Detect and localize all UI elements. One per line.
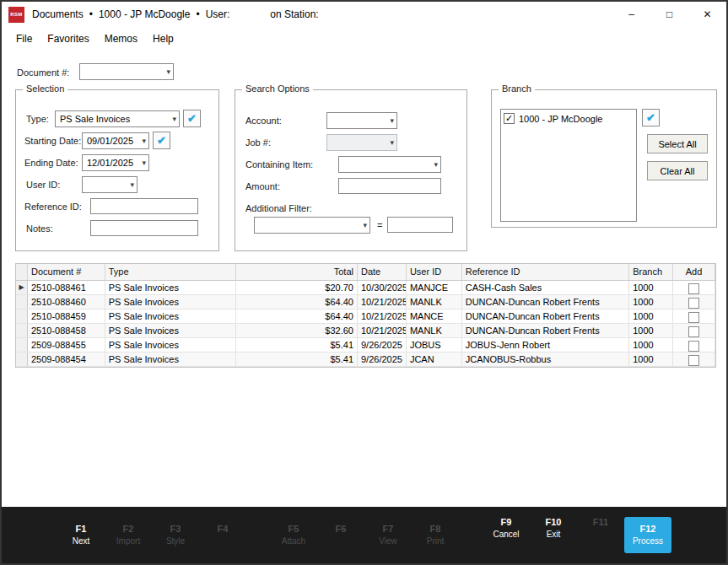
table-row[interactable]: 2510-088459 PS Sale Invoices $64.40 10/2… <box>16 309 715 324</box>
add-checkbox[interactable] <box>688 326 699 337</box>
header-type[interactable]: Type <box>105 264 237 280</box>
header-date[interactable]: Date <box>358 264 407 280</box>
cell-branch: 1000 <box>629 281 673 294</box>
starting-date-apply-button[interactable]: ✔ <box>153 132 170 149</box>
branch-apply-button[interactable]: ✔ <box>642 109 660 126</box>
row-selector[interactable]: ▶ <box>16 281 28 294</box>
table-row[interactable]: 2510-088460 PS Sale Invoices $64.40 10/2… <box>16 295 715 309</box>
select-all-button[interactable]: Select All <box>647 134 708 153</box>
row-selector[interactable] <box>16 309 28 323</box>
f9-cancel-button[interactable]: F9 Cancel <box>483 517 530 553</box>
cell-document: 2510-088458 <box>28 324 105 337</box>
fn-key-label: F3 <box>152 524 199 534</box>
containing-item-combo[interactable]: ▾ <box>338 156 441 173</box>
fn-group-3: F9 Cancel F10 Exit F11 F12 Process <box>483 517 671 553</box>
starting-date-label: Starting Date: <box>24 136 81 146</box>
f5-attach-button: F5 Attach <box>270 524 317 546</box>
fn-key-label: F5 <box>270 524 317 534</box>
type-combo[interactable]: PS Sale Invoices ▾ <box>55 110 180 127</box>
cell-reference-id: JCANOBUS-Robbus <box>462 352 630 366</box>
f1-next-button[interactable]: F1 Next <box>57 524 105 546</box>
additional-filter-input[interactable] <box>387 217 453 233</box>
minimize-button[interactable]: – <box>612 2 650 27</box>
ending-date-combo[interactable]: 12/01/2025 ▾ <box>82 154 149 171</box>
header-total[interactable]: Total <box>236 264 358 280</box>
menu-help[interactable]: Help <box>145 29 181 49</box>
row-selector[interactable] <box>16 324 28 337</box>
f6-button: F6 <box>317 524 364 546</box>
fn-key-label: F11 <box>577 517 624 527</box>
cell-user-id: MANLK <box>407 324 462 337</box>
chevron-down-icon: ▾ <box>138 137 146 145</box>
cell-branch: 1000 <box>629 338 673 352</box>
amount-input[interactable] <box>338 178 441 194</box>
document-number-combo[interactable]: ▾ <box>79 63 174 80</box>
table-row[interactable]: 2510-088458 PS Sale Invoices $32.60 10/2… <box>16 324 715 338</box>
user-id-combo[interactable]: ▾ <box>82 176 138 193</box>
cell-document: 2510-088461 <box>28 281 105 294</box>
branch-checkbox[interactable]: ✓ <box>504 113 515 124</box>
cell-type: PS Sale Invoices <box>105 281 237 294</box>
row-selector[interactable] <box>16 352 28 366</box>
fn-key-label: F8 <box>412 524 459 534</box>
f12-process-button[interactable]: F12 Process <box>624 517 671 553</box>
table-row[interactable]: 2509-088455 PS Sale Invoices $5.41 9/26/… <box>16 338 715 352</box>
starting-date-value: 09/01/2025 <box>87 136 133 146</box>
chevron-down-icon: ▾ <box>163 67 170 76</box>
window-title: Documents • 1000 - JP McDoogle • User: o… <box>32 8 319 20</box>
header-branch[interactable]: Branch <box>629 264 673 280</box>
selection-group-title: Selection <box>23 83 67 94</box>
add-checkbox[interactable] <box>688 312 699 323</box>
clear-all-button[interactable]: Clear All <box>647 161 708 180</box>
menu-memos[interactable]: Memos <box>97 29 145 49</box>
f11-button: F11 <box>577 517 624 553</box>
title-user-label: User: <box>206 8 230 20</box>
starting-date-combo[interactable]: 09/01/2025 ▾ <box>82 132 149 149</box>
chevron-down-icon: ▾ <box>386 116 394 125</box>
branch-listbox[interactable]: ✓ 1000 - JP McDoogle <box>500 109 637 222</box>
header-reference-id[interactable]: Reference ID <box>462 264 630 280</box>
add-checkbox[interactable] <box>688 283 699 294</box>
add-checkbox[interactable] <box>688 341 699 352</box>
menu-bar: File Favorites Memos Help <box>2 27 726 51</box>
type-apply-button[interactable]: ✔ <box>183 110 201 127</box>
table-row[interactable]: ▶ 2510-088461 PS Sale Invoices $20.70 10… <box>16 281 715 295</box>
reference-id-input[interactable] <box>90 198 198 214</box>
fn-action-label <box>199 536 246 546</box>
account-combo[interactable]: ▾ <box>326 112 397 129</box>
app-logo-icon: RSM <box>8 7 24 23</box>
f2-import-button: F2 Import <box>105 524 152 546</box>
title-station-label: on Station: <box>270 8 318 20</box>
branch-list-item[interactable]: ✓ 1000 - JP McDoogle <box>501 110 636 127</box>
titlebar: RSM Documents • 1000 - JP McDoogle • Use… <box>2 2 726 27</box>
check-icon: ✔ <box>646 111 655 124</box>
header-user-id[interactable]: User ID <box>407 264 462 280</box>
fn-action-label <box>577 530 624 540</box>
cell-total: $20.70 <box>236 281 358 294</box>
title-bullet-icon: • <box>89 8 93 20</box>
f10-exit-button[interactable]: F10 Exit <box>530 517 577 553</box>
cell-date: 10/30/2025 <box>358 281 407 294</box>
add-checkbox[interactable] <box>688 298 699 309</box>
chevron-down-icon: ▾ <box>430 160 438 169</box>
check-icon: ✔ <box>157 134 166 147</box>
row-selector[interactable] <box>16 295 28 309</box>
header-add[interactable]: Add <box>673 264 715 280</box>
fn-key-label: F1 <box>57 524 105 534</box>
menu-file[interactable]: File <box>8 29 40 49</box>
table-row[interactable]: 2509-088454 PS Sale Invoices $5.41 9/26/… <box>16 352 715 367</box>
title-bullet-icon: • <box>196 8 199 20</box>
close-button[interactable]: ✕ <box>688 2 726 27</box>
type-label: Type: <box>26 114 49 124</box>
maximize-button[interactable]: □ <box>650 2 688 27</box>
row-selector[interactable] <box>16 338 28 352</box>
fn-action-label <box>317 536 364 546</box>
cell-type: PS Sale Invoices <box>105 309 237 323</box>
fn-action-label: Attach <box>270 536 317 546</box>
header-document[interactable]: Document # <box>28 264 105 280</box>
containing-item-label: Containing Item: <box>245 159 313 170</box>
additional-filter-combo[interactable]: ▾ <box>254 217 370 234</box>
menu-favorites[interactable]: Favorites <box>40 29 96 49</box>
notes-input[interactable] <box>90 220 198 236</box>
add-checkbox[interactable] <box>688 355 699 366</box>
